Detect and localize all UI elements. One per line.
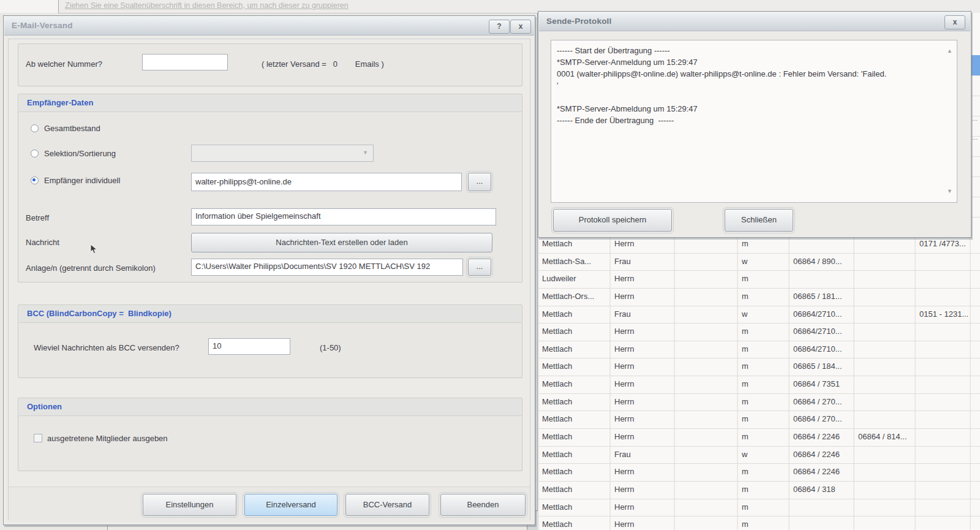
attachment-label: Anlage/n (getrennt durch Semikolon) (26, 263, 156, 273)
cell-gender: m (737, 358, 789, 376)
table-row[interactable]: Mettlach Herrn m 06864 / 270... (538, 411, 980, 429)
cell-salutation: Herrn (610, 271, 674, 288)
cell-edge (970, 254, 980, 271)
cell-mobile (915, 376, 970, 393)
cell-city: Mettlach (538, 358, 610, 376)
cell-phone1: 06864/2710... (789, 306, 854, 324)
bcc-versand-button[interactable]: BCC-Versand (345, 494, 429, 516)
radio-individuell[interactable] (31, 176, 39, 184)
cell-edge (970, 447, 980, 464)
cell-phone2 (854, 324, 915, 341)
log-line: 0001 (walter-philipps@t-online.de) walte… (557, 68, 941, 80)
cell-edge (970, 429, 980, 446)
row-divider (971, 217, 980, 218)
table-row[interactable]: Ludweiler Herrn m (538, 271, 980, 289)
options-group-header: Optionen (19, 399, 521, 416)
email-dialog-title: E-Mail-Versand (12, 21, 73, 30)
cell-phone1: 06864/2710... (789, 341, 854, 358)
einzelversand-button[interactable]: Einzelversand (244, 494, 337, 516)
close-button[interactable]: x (510, 20, 531, 34)
row-divider (971, 75, 980, 76)
table-row[interactable]: Mettlach Herrn m 06864/2710... (538, 341, 980, 359)
scroll-down-icon[interactable]: ▼ (947, 186, 952, 197)
recipient-input[interactable]: walter-philipps@t-online.de (191, 173, 462, 191)
cell-gender: m (737, 517, 789, 530)
radio-selektion[interactable] (31, 150, 39, 157)
cell-extra (674, 306, 737, 324)
cell-phone2 (854, 254, 915, 271)
bcc-group-title: BCC (BlindCarbonCopy = Blindkopie) (27, 309, 172, 318)
cell-gender: m (737, 236, 789, 253)
cell-mobile (915, 411, 970, 428)
protocol-dialog-titlebar[interactable]: Sende-Protokoll x (539, 12, 970, 31)
cell-extra (674, 271, 737, 288)
table-row[interactable]: Mettlach Herrn m (538, 517, 980, 530)
table-row[interactable]: Mettlach Herrn m 06864 / 270... (538, 394, 980, 412)
cell-salutation: Herrn (610, 411, 674, 428)
table-row[interactable]: Mettlach Herrn m (538, 499, 980, 517)
radio-gesamtbestand[interactable] (31, 124, 39, 132)
cell-phone2 (854, 411, 915, 428)
table-row[interactable]: Mettlach Herrn m 06864/2710... (538, 324, 980, 341)
recipient-browse-button[interactable]: ... (468, 173, 491, 191)
options-group-title: Optionen (27, 402, 62, 411)
former-members-label: ausgetretene Mitglieder ausgeben (47, 434, 168, 443)
protokoll-speichern-button[interactable]: Protokoll speichern (553, 209, 672, 232)
table-row[interactable]: Mettlach Herrn m 06864 / 318 (538, 482, 980, 499)
table-row[interactable]: Mettlach Herrn m 06864 / 2246 06864 / 81… (538, 429, 980, 447)
attachment-input[interactable]: C:\Users\Walter Philipps\Documents\SV 19… (191, 259, 463, 276)
cell-mobile (915, 517, 970, 530)
protocol-close-button[interactable]: x (944, 15, 965, 29)
cell-mobile (915, 482, 970, 499)
cell-phone2 (854, 341, 915, 358)
cell-salutation: Herrn (610, 394, 674, 411)
subject-input[interactable]: Information über Spielgemeinschaft (191, 208, 496, 225)
cell-city: Mettlach-Sa... (538, 254, 610, 271)
row-divider (971, 96, 980, 96)
cell-phone1: 06864 / 318 (789, 482, 854, 499)
help-button[interactable]: ? (489, 20, 510, 34)
selected-cell[interactable] (971, 55, 980, 75)
protocol-log[interactable]: ------ Start der Übertragung ------ *SMT… (551, 40, 957, 203)
cell-gender: m (737, 411, 789, 428)
subject-label: Betreff (26, 213, 49, 222)
cell-phone2 (854, 306, 915, 324)
protocol-dialog-title: Sende-Protokoll (546, 17, 612, 26)
cell-city: Ludweiler (538, 271, 610, 288)
bcc-group: BCC (BlindCarbonCopy = Blindkopie) Wievi… (18, 305, 522, 378)
table-row[interactable]: Mettlach Herrn m 0171 /4773... (538, 236, 980, 254)
table-row[interactable]: Mettlach Herrn m 06865 / 184... (538, 358, 980, 376)
cell-phone2 (854, 271, 915, 288)
bcc-count-input[interactable]: 10 (208, 338, 290, 355)
table-row[interactable]: Mettlach Herrn m 06864 / 7351 (538, 376, 980, 394)
message-button[interactable]: Nachrichten-Text erstellen oder laden (191, 233, 492, 252)
bcc-range-label: (1-50) (320, 343, 341, 352)
selection-dropdown[interactable]: ▼ (191, 145, 374, 162)
email-dialog-titlebar[interactable]: E-Mail-Versand ? x (4, 17, 534, 36)
row-divider (971, 176, 980, 177)
number-input[interactable] (142, 54, 228, 70)
attachment-browse-button[interactable]: ... (468, 259, 491, 276)
cell-extra (674, 376, 737, 393)
cell-gender: w (737, 254, 789, 271)
cell-salutation: Herrn (610, 464, 674, 481)
schliessen-button[interactable]: Schließen (725, 209, 793, 232)
table-row[interactable]: Mettlach-Sa... Frau w 06864 / 890... (538, 254, 980, 271)
cell-phone2 (854, 376, 915, 393)
background-topbar-left (0, 0, 58, 13)
cell-city: Mettlach (538, 411, 610, 428)
table-row[interactable]: Mettlach-Ors... Herrn m 06865 / 181... (538, 289, 980, 306)
cell-salutation: Herrn (610, 341, 674, 358)
cell-phone1 (789, 271, 854, 288)
cell-salutation: Frau (610, 447, 674, 464)
einstellungen-button[interactable]: Einstellungen (143, 494, 236, 516)
table-row[interactable]: Mettlach Frau w 06864/2710... 0151 - 123… (538, 306, 980, 324)
email-versand-dialog: E-Mail-Versand ? x Ab welcher Nummer? ( … (3, 15, 535, 525)
table-row[interactable]: Mettlach Frau w 06864 / 2246 (538, 447, 980, 464)
table-row[interactable]: Mettlach Herrn m 06864 / 2246 (538, 464, 980, 482)
truncated-cell-text: ... (972, 115, 980, 122)
cell-edge (970, 464, 980, 481)
beenden-button[interactable]: Beenden (440, 494, 526, 516)
former-members-checkbox[interactable] (34, 434, 42, 442)
scroll-up-icon[interactable]: ▲ (947, 45, 952, 57)
